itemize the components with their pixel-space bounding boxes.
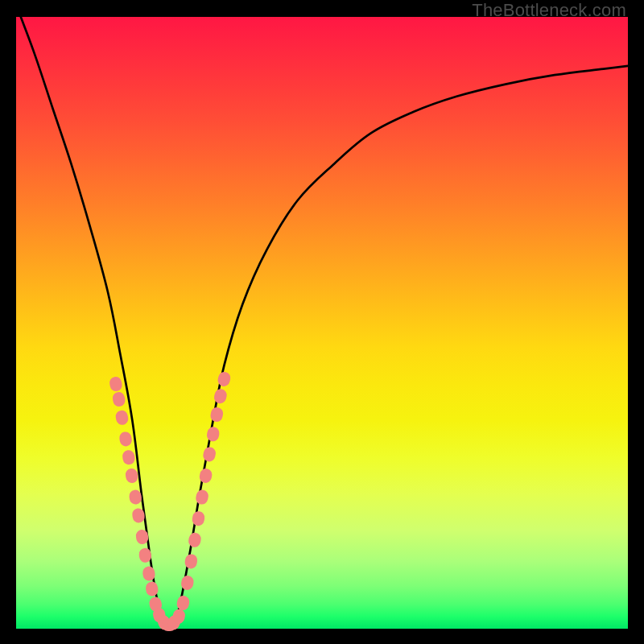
bead <box>114 410 129 426</box>
plot-area <box>16 17 628 629</box>
bead <box>184 553 198 569</box>
bead <box>188 532 202 548</box>
bead <box>109 376 123 392</box>
chart-frame: TheBottleneck.com <box>0 0 644 644</box>
bead <box>199 468 213 484</box>
bead <box>112 391 126 407</box>
curve-svg <box>16 17 628 629</box>
bead <box>213 388 228 405</box>
bead <box>118 431 133 447</box>
valley-beads <box>109 370 232 631</box>
bead <box>206 426 221 442</box>
bead <box>209 407 224 423</box>
bead <box>192 510 206 526</box>
bead <box>122 449 136 465</box>
bead <box>125 468 139 484</box>
bottleneck-curve <box>16 5 628 629</box>
bead <box>202 446 217 462</box>
